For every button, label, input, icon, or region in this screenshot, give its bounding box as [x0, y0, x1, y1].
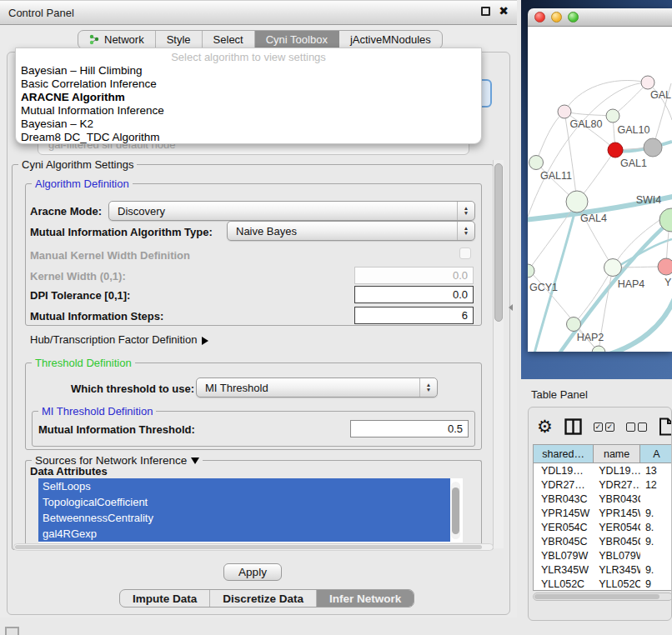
- cell: YBL079W: [594, 550, 640, 562]
- hub-definition-expander[interactable]: Hub/Transcription Factor Definition: [30, 333, 208, 346]
- settings-vertical-scrollbar-thumb[interactable]: [494, 163, 503, 322]
- expand-right-icon: [202, 337, 208, 345]
- table-row[interactable]: YPR145W YPR145W 9.: [534, 506, 672, 520]
- network-window-titlebar[interactable]: [528, 8, 672, 27]
- algorithm-definition-title: Algorithm Definition: [32, 178, 133, 190]
- table-panel: ⚙ ✓✓ shared… name A YDL19…: [528, 407, 672, 621]
- cell: YLL052C: [594, 578, 640, 590]
- which-threshold-value: MI Threshold: [205, 382, 268, 394]
- dpi-tolerance-field[interactable]: 0.0: [354, 286, 474, 303]
- kernel-width-field[interactable]: 0.0: [354, 267, 474, 284]
- float-window-icon[interactable]: [481, 7, 490, 16]
- column-header-cut[interactable]: A: [640, 445, 672, 462]
- node-label: GAL1: [620, 158, 647, 169]
- tab-select[interactable]: Select: [203, 31, 255, 48]
- table-row[interactable]: YDL19… YDL19… 13: [534, 463, 672, 478]
- settings-horizontal-scrollbar-thumb[interactable]: [15, 545, 482, 549]
- table-row[interactable]: YBL079W YBL079W: [534, 548, 672, 562]
- popup-header: Select algorithm to view settings: [16, 51, 481, 64]
- list-item-selfloops[interactable]: SelfLoops: [38, 478, 450, 494]
- settings-group-title: Cyni Algorithm Settings: [18, 158, 137, 171]
- cell: 9.: [640, 508, 672, 519]
- minimized-panel-icon[interactable]: [5, 627, 19, 635]
- tab-network[interactable]: Network: [78, 31, 156, 48]
- column-header-name[interactable]: name: [594, 445, 640, 462]
- cell: YDL19…: [534, 465, 594, 477]
- node-gal10[interactable]: [606, 109, 619, 122]
- cyni-bottom-tabbar: Impute Data Discretize Data Infer Networ…: [119, 589, 414, 608]
- table-horizontal-scrollbar-thumb[interactable]: [534, 594, 659, 599]
- close-traffic-light-icon[interactable]: [534, 12, 545, 22]
- control-panel-titlebar: Control Panel ✖: [0, 0, 517, 25]
- chevron-updown-icon: ▲▼: [457, 222, 474, 240]
- table-panel-title: Table Panel: [531, 388, 588, 401]
- algo-item-basic-correlation[interactable]: Basic Correlation Inference: [16, 78, 481, 91]
- kernel-width-label: Kernel Width (0,1):: [30, 270, 126, 282]
- node-label: HAP4: [618, 278, 645, 290]
- close-icon[interactable]: ✖: [499, 7, 509, 16]
- gear-icon[interactable]: ⚙: [537, 418, 553, 436]
- table-row[interactable]: YDR27… YDR27… 12: [534, 478, 672, 492]
- table-row[interactable]: YER054C YER054C 8.: [534, 520, 672, 534]
- algo-item-aracne[interactable]: ARACNE Algorithm: [16, 91, 481, 104]
- manual-kernel-checkbox[interactable]: [459, 248, 471, 259]
- mi-threshold-definition-title: MI Threshold Definition: [38, 405, 156, 418]
- node-hap2[interactable]: [567, 318, 581, 332]
- node-hap4[interactable]: [604, 259, 622, 277]
- node-table: shared… name A YDL19… YDL19… 13 YDR27… Y…: [533, 444, 672, 591]
- table-row[interactable]: YLR345W YLR345W 9.: [534, 562, 672, 577]
- mi-steps-field[interactable]: 6: [354, 307, 474, 324]
- node-gal1[interactable]: [608, 142, 623, 158]
- cell: 8.: [640, 522, 672, 533]
- deselect-all-icon[interactable]: [626, 422, 647, 432]
- new-file-icon[interactable]: [659, 418, 672, 436]
- node-gal11[interactable]: [529, 156, 544, 170]
- node-gray[interactable]: [644, 138, 662, 157]
- algo-item-bayesian-k2[interactable]: Bayesian – K2: [16, 118, 481, 131]
- attributes-scrollbar-thumb[interactable]: [452, 488, 459, 534]
- aracne-mode-combobox[interactable]: Discovery ▲▼: [108, 201, 475, 221]
- list-item-gal4rgexp[interactable]: gal4RGexp: [38, 526, 450, 542]
- tab-style[interactable]: Style: [156, 31, 203, 48]
- chevron-updown-icon: ▲▼: [457, 202, 474, 220]
- node-label: GAL11: [540, 170, 572, 182]
- table-row[interactable]: YBR045C YBR045C 9.: [534, 534, 672, 548]
- columns-icon[interactable]: [564, 418, 582, 435]
- zoom-traffic-light-icon[interactable]: [568, 12, 579, 22]
- minimize-traffic-light-icon[interactable]: [551, 12, 562, 22]
- cell: 9.: [640, 536, 672, 548]
- list-item-topologicalcoefficient[interactable]: TopologicalCoefficient: [38, 494, 450, 510]
- node-gal4[interactable]: [566, 191, 588, 212]
- apply-button[interactable]: Apply: [223, 563, 282, 581]
- table-row[interactable]: YLL052C YLL052C 9: [534, 577, 672, 591]
- table-row[interactable]: YBR043C YBR043C: [534, 492, 672, 506]
- tab-infer-network[interactable]: Infer Network: [317, 590, 414, 607]
- cell: YBR045C: [594, 536, 640, 548]
- list-item-betweennesscentrality[interactable]: BetweennessCentrality: [38, 510, 450, 526]
- mi-type-value: Naive Bayes: [236, 225, 297, 238]
- dpi-tolerance-label: DPI Tolerance [0,1]:: [30, 289, 130, 302]
- node-gal-pink-top[interactable]: [641, 76, 654, 89]
- table-panel-region: Table Panel ⚙ ✓✓ shared… name A: [521, 379, 672, 635]
- column-header-shared[interactable]: shared…: [534, 445, 594, 462]
- aracne-mode-label: Aracne Mode:: [30, 205, 102, 218]
- algo-item-mutual-information[interactable]: Mutual Information Inference: [16, 104, 481, 118]
- algo-item-bayesian-hill-climbing[interactable]: Bayesian – Hill Climbing: [16, 64, 481, 78]
- panel-resize-handle[interactable]: [509, 304, 513, 311]
- node-gal80[interactable]: [558, 105, 571, 118]
- algo-item-dream8[interactable]: Dream8 DC_TDC Algorithm: [16, 131, 481, 144]
- mi-type-combobox[interactable]: Naive Bayes ▲▼: [227, 221, 475, 241]
- tab-discretize-data[interactable]: Discretize Data: [210, 590, 317, 607]
- cell: YPR145W: [534, 508, 594, 519]
- tab-impute-data[interactable]: Impute Data: [120, 590, 210, 607]
- which-threshold-combobox[interactable]: MI Threshold ▲▼: [196, 378, 438, 398]
- cell: YLL052C: [534, 578, 594, 590]
- cell: YLR345W: [594, 564, 640, 576]
- tab-cyni-toolbox[interactable]: Cyni Toolbox: [255, 31, 339, 48]
- select-all-icon[interactable]: ✓✓: [594, 422, 614, 432]
- network-canvas[interactable]: GAL GAL80 GAL10 GAL1 GAL11 GAL4 SWI4 GCY…: [528, 27, 672, 352]
- tab-jactivemnodules[interactable]: jActiveMNodules: [339, 31, 442, 48]
- node-salmon[interactable]: [658, 258, 672, 275]
- mi-threshold-field[interactable]: 0.5: [350, 420, 469, 438]
- aracne-mode-value: Discovery: [118, 205, 165, 218]
